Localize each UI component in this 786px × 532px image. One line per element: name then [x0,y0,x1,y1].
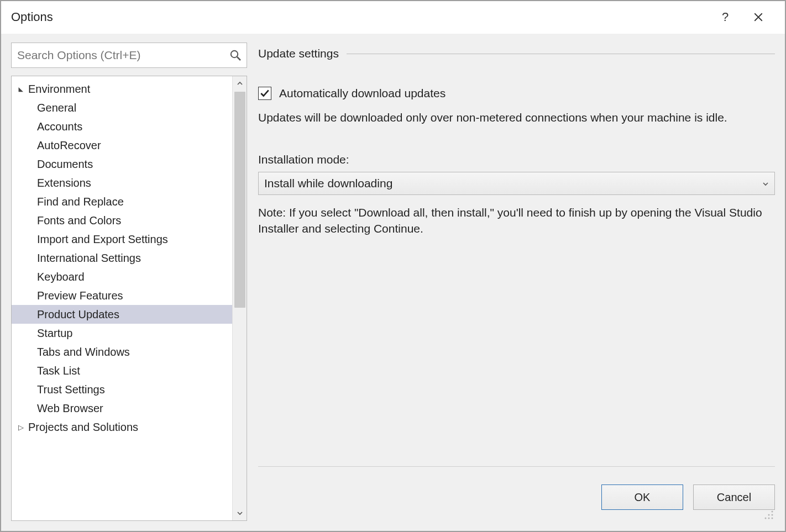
section-title: Update settings [258,47,339,60]
tree-category[interactable]: ▷Projects and Solutions [12,418,232,436]
tree-item[interactable]: General [12,98,232,117]
category-tree-container: ◢EnvironmentGeneralAccountsAutoRecoverDo… [11,76,247,521]
search-input[interactable] [16,46,229,64]
install-mode-value: Install while downloading [264,177,762,190]
chevron-down-icon [237,510,243,517]
tree-category[interactable]: ◢Environment [12,80,232,98]
section-header: Update settings [258,45,775,62]
svg-point-2 [772,511,773,513]
tree-item[interactable]: International Settings [12,249,232,267]
scroll-thumb[interactable] [234,92,245,308]
settings-content: Automatically download updates Updates w… [258,87,775,236]
ok-label: OK [635,491,651,504]
scroll-up-button[interactable] [233,76,247,91]
tree-item[interactable]: Product Updates [12,305,232,324]
chevron-up-icon [237,80,243,87]
close-button[interactable] [742,9,775,26]
header-rule [347,54,775,54]
triangle-down-icon: ◢ [16,86,26,93]
window-title: Options [11,10,709,24]
tree-item[interactable]: Fonts and Colors [12,211,232,230]
options-dialog: Options ? ◢EnvironmentGeneralAccountsAut… [0,0,786,532]
help-button[interactable]: ? [709,10,742,24]
separator [258,466,775,467]
tree-item[interactable]: Accounts [12,117,232,136]
install-mode-label: Installation mode: [258,153,775,166]
cancel-label: Cancel [717,491,751,504]
tree-item[interactable]: Documents [12,155,232,173]
titlebar: Options ? [1,1,785,33]
scroll-down-button[interactable] [233,506,247,520]
tree-item[interactable]: Task List [12,361,232,380]
svg-point-5 [765,518,767,519]
svg-point-6 [768,518,770,519]
triangle-right-icon: ▷ [16,423,26,431]
tree-item[interactable]: Keyboard [12,267,232,286]
dialog-body: ◢EnvironmentGeneralAccountsAutoRecoverDo… [1,33,785,531]
install-mode-note: Note: If you select "Download all, then … [258,205,775,236]
install-mode-dropdown[interactable]: Install while downloading [258,172,775,195]
auto-download-row: Automatically download updates [258,87,775,100]
tree-item[interactable]: Preview Features [12,286,232,305]
tree-item[interactable]: AutoRecover [12,136,232,155]
scroll-track[interactable] [233,91,247,506]
auto-download-label: Automatically download updates [279,87,446,100]
search-box[interactable] [11,43,247,68]
tree-item[interactable]: Extensions [12,173,232,192]
tree-item[interactable]: Find and Replace [12,192,232,211]
right-pane: Update settings Automatically download u… [258,43,775,521]
auto-download-checkbox[interactable] [258,87,271,100]
ok-button[interactable]: OK [601,484,683,510]
tree-item[interactable]: Import and Export Settings [12,230,232,249]
dialog-buttons: OK Cancel [601,484,775,510]
cancel-button[interactable]: Cancel [693,484,775,510]
svg-line-1 [237,57,240,60]
resize-grip-icon[interactable] [764,510,774,520]
left-pane: ◢EnvironmentGeneralAccountsAutoRecoverDo… [11,43,247,521]
check-icon [260,88,270,98]
tree-item[interactable]: Trust Settings [12,380,232,399]
chevron-down-icon [762,177,769,190]
tree-category-label: Environment [28,83,90,96]
svg-point-0 [231,51,238,57]
close-icon [753,12,763,22]
category-tree[interactable]: ◢EnvironmentGeneralAccountsAutoRecoverDo… [12,76,232,520]
tree-item[interactable]: Tabs and Windows [12,343,232,361]
svg-point-4 [772,514,773,516]
tree-item[interactable]: Web Browser [12,399,232,418]
tree-scrollbar[interactable] [232,76,247,520]
tree-item[interactable]: Startup [12,324,232,343]
svg-point-3 [768,514,770,516]
svg-point-7 [772,518,773,519]
search-icon [229,49,242,62]
auto-download-desc: Updates will be downloaded only over non… [258,110,775,125]
tree-category-label: Projects and Solutions [28,421,138,434]
